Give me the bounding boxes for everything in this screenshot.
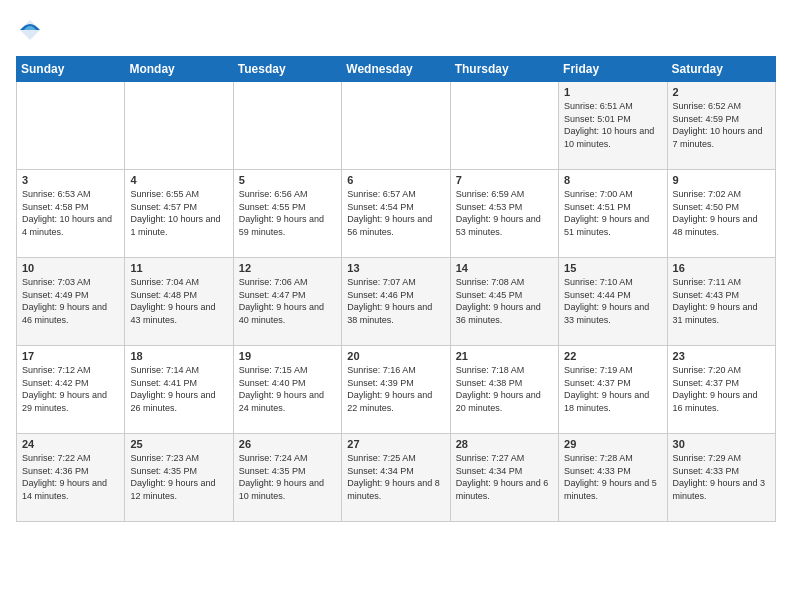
- day-info: Sunrise: 7:11 AM Sunset: 4:43 PM Dayligh…: [673, 276, 770, 326]
- sunset: Sunset: 4:35 PM: [239, 466, 306, 476]
- calendar-table: SundayMondayTuesdayWednesdayThursdayFrid…: [16, 56, 776, 522]
- sunrise: Sunrise: 7:08 AM: [456, 277, 525, 287]
- day-info: Sunrise: 6:59 AM Sunset: 4:53 PM Dayligh…: [456, 188, 553, 238]
- day-number: 11: [130, 262, 227, 274]
- calendar-cell: 22 Sunrise: 7:19 AM Sunset: 4:37 PM Dayl…: [559, 346, 667, 434]
- day-info: Sunrise: 7:23 AM Sunset: 4:35 PM Dayligh…: [130, 452, 227, 502]
- daylight: Daylight: 9 hours and 16 minutes.: [673, 390, 758, 413]
- calendar-cell: 25 Sunrise: 7:23 AM Sunset: 4:35 PM Dayl…: [125, 434, 233, 522]
- sunset: Sunset: 4:47 PM: [239, 290, 306, 300]
- sunrise: Sunrise: 7:28 AM: [564, 453, 633, 463]
- calendar-week-1: 1 Sunrise: 6:51 AM Sunset: 5:01 PM Dayli…: [17, 82, 776, 170]
- day-info: Sunrise: 7:24 AM Sunset: 4:35 PM Dayligh…: [239, 452, 336, 502]
- calendar-cell: 30 Sunrise: 7:29 AM Sunset: 4:33 PM Dayl…: [667, 434, 775, 522]
- sunrise: Sunrise: 6:57 AM: [347, 189, 416, 199]
- daylight: Daylight: 9 hours and 18 minutes.: [564, 390, 649, 413]
- sunset: Sunset: 4:37 PM: [564, 378, 631, 388]
- day-number: 4: [130, 174, 227, 186]
- day-number: 30: [673, 438, 770, 450]
- day-number: 28: [456, 438, 553, 450]
- calendar-cell: 19 Sunrise: 7:15 AM Sunset: 4:40 PM Dayl…: [233, 346, 341, 434]
- daylight: Daylight: 9 hours and 51 minutes.: [564, 214, 649, 237]
- sunrise: Sunrise: 7:18 AM: [456, 365, 525, 375]
- daylight: Daylight: 9 hours and 10 minutes.: [239, 478, 324, 501]
- daylight: Daylight: 9 hours and 38 minutes.: [347, 302, 432, 325]
- sunset: Sunset: 4:43 PM: [673, 290, 740, 300]
- daylight: Daylight: 9 hours and 14 minutes.: [22, 478, 107, 501]
- calendar-cell: 20 Sunrise: 7:16 AM Sunset: 4:39 PM Dayl…: [342, 346, 450, 434]
- sunset: Sunset: 4:51 PM: [564, 202, 631, 212]
- daylight: Daylight: 9 hours and 48 minutes.: [673, 214, 758, 237]
- day-info: Sunrise: 7:06 AM Sunset: 4:47 PM Dayligh…: [239, 276, 336, 326]
- sunrise: Sunrise: 7:04 AM: [130, 277, 199, 287]
- calendar-cell: 13 Sunrise: 7:07 AM Sunset: 4:46 PM Dayl…: [342, 258, 450, 346]
- day-number: 25: [130, 438, 227, 450]
- sunrise: Sunrise: 7:22 AM: [22, 453, 91, 463]
- day-info: Sunrise: 7:25 AM Sunset: 4:34 PM Dayligh…: [347, 452, 444, 502]
- day-number: 14: [456, 262, 553, 274]
- day-number: 10: [22, 262, 119, 274]
- day-number: 17: [22, 350, 119, 362]
- sunset: Sunset: 4:35 PM: [130, 466, 197, 476]
- calendar-cell: 2 Sunrise: 6:52 AM Sunset: 4:59 PM Dayli…: [667, 82, 775, 170]
- day-info: Sunrise: 7:07 AM Sunset: 4:46 PM Dayligh…: [347, 276, 444, 326]
- calendar-cell: [342, 82, 450, 170]
- calendar-cell: 17 Sunrise: 7:12 AM Sunset: 4:42 PM Dayl…: [17, 346, 125, 434]
- calendar-cell: 27 Sunrise: 7:25 AM Sunset: 4:34 PM Dayl…: [342, 434, 450, 522]
- sunrise: Sunrise: 7:20 AM: [673, 365, 742, 375]
- calendar-cell: 8 Sunrise: 7:00 AM Sunset: 4:51 PM Dayli…: [559, 170, 667, 258]
- weekday-header-wednesday: Wednesday: [342, 57, 450, 82]
- daylight: Daylight: 10 hours and 7 minutes.: [673, 126, 763, 149]
- calendar-cell: 7 Sunrise: 6:59 AM Sunset: 4:53 PM Dayli…: [450, 170, 558, 258]
- calendar-cell: 21 Sunrise: 7:18 AM Sunset: 4:38 PM Dayl…: [450, 346, 558, 434]
- day-info: Sunrise: 7:29 AM Sunset: 4:33 PM Dayligh…: [673, 452, 770, 502]
- sunset: Sunset: 4:49 PM: [22, 290, 89, 300]
- day-number: 13: [347, 262, 444, 274]
- daylight: Daylight: 9 hours and 5 minutes.: [564, 478, 657, 501]
- sunset: Sunset: 4:48 PM: [130, 290, 197, 300]
- calendar-cell: 10 Sunrise: 7:03 AM Sunset: 4:49 PM Dayl…: [17, 258, 125, 346]
- calendar-cell: [450, 82, 558, 170]
- sunset: Sunset: 4:38 PM: [456, 378, 523, 388]
- daylight: Daylight: 9 hours and 26 minutes.: [130, 390, 215, 413]
- logo: [16, 16, 48, 44]
- sunrise: Sunrise: 6:51 AM: [564, 101, 633, 111]
- day-number: 16: [673, 262, 770, 274]
- sunset: Sunset: 4:33 PM: [673, 466, 740, 476]
- day-number: 12: [239, 262, 336, 274]
- day-info: Sunrise: 7:04 AM Sunset: 4:48 PM Dayligh…: [130, 276, 227, 326]
- day-info: Sunrise: 7:15 AM Sunset: 4:40 PM Dayligh…: [239, 364, 336, 414]
- sunset: Sunset: 4:50 PM: [673, 202, 740, 212]
- calendar-cell: 15 Sunrise: 7:10 AM Sunset: 4:44 PM Dayl…: [559, 258, 667, 346]
- daylight: Daylight: 9 hours and 36 minutes.: [456, 302, 541, 325]
- calendar-cell: [233, 82, 341, 170]
- sunset: Sunset: 4:36 PM: [22, 466, 89, 476]
- sunrise: Sunrise: 7:14 AM: [130, 365, 199, 375]
- day-info: Sunrise: 7:08 AM Sunset: 4:45 PM Dayligh…: [456, 276, 553, 326]
- day-info: Sunrise: 6:52 AM Sunset: 4:59 PM Dayligh…: [673, 100, 770, 150]
- day-number: 6: [347, 174, 444, 186]
- sunset: Sunset: 4:33 PM: [564, 466, 631, 476]
- day-number: 7: [456, 174, 553, 186]
- calendar-cell: 4 Sunrise: 6:55 AM Sunset: 4:57 PM Dayli…: [125, 170, 233, 258]
- day-info: Sunrise: 7:14 AM Sunset: 4:41 PM Dayligh…: [130, 364, 227, 414]
- day-number: 19: [239, 350, 336, 362]
- day-info: Sunrise: 7:02 AM Sunset: 4:50 PM Dayligh…: [673, 188, 770, 238]
- day-info: Sunrise: 7:22 AM Sunset: 4:36 PM Dayligh…: [22, 452, 119, 502]
- day-number: 29: [564, 438, 661, 450]
- sunset: Sunset: 4:37 PM: [673, 378, 740, 388]
- sunrise: Sunrise: 7:03 AM: [22, 277, 91, 287]
- daylight: Daylight: 9 hours and 53 minutes.: [456, 214, 541, 237]
- day-number: 20: [347, 350, 444, 362]
- sunset: Sunset: 4:42 PM: [22, 378, 89, 388]
- day-number: 15: [564, 262, 661, 274]
- sunset: Sunset: 4:34 PM: [456, 466, 523, 476]
- sunrise: Sunrise: 7:11 AM: [673, 277, 742, 287]
- sunrise: Sunrise: 7:06 AM: [239, 277, 308, 287]
- calendar-cell: 9 Sunrise: 7:02 AM Sunset: 4:50 PM Dayli…: [667, 170, 775, 258]
- day-number: 2: [673, 86, 770, 98]
- day-info: Sunrise: 6:51 AM Sunset: 5:01 PM Dayligh…: [564, 100, 661, 150]
- calendar-cell: 6 Sunrise: 6:57 AM Sunset: 4:54 PM Dayli…: [342, 170, 450, 258]
- sunrise: Sunrise: 7:07 AM: [347, 277, 416, 287]
- daylight: Daylight: 9 hours and 3 minutes.: [673, 478, 766, 501]
